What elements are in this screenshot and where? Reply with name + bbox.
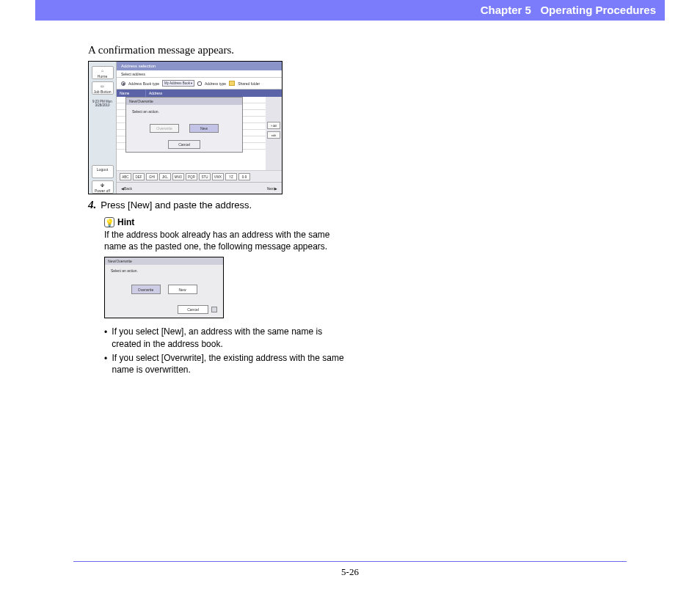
key-09[interactable]: 0-9 xyxy=(238,173,250,180)
bullet-dot: • xyxy=(104,352,107,376)
power-button[interactable]: ⏻ Power off xyxy=(92,180,114,194)
address-book-type-radio[interactable] xyxy=(121,81,125,86)
filter-row-2: Address Book type My Address Book Addres… xyxy=(117,78,282,89)
key-yz[interactable]: YZ xyxy=(225,173,237,180)
address-book-dropdown[interactable]: My Address Book xyxy=(162,80,194,87)
dialog-title: New/Overwrite xyxy=(126,98,242,105)
next-label[interactable]: Next xyxy=(267,186,274,191)
dialog2-message: Select an action. xyxy=(105,265,223,273)
key-abc[interactable]: ABC xyxy=(120,173,131,180)
list-side-buttons: » All edit xyxy=(266,97,282,170)
home-label: Home xyxy=(92,73,113,79)
overwrite-button: Overwrite xyxy=(150,124,179,133)
hint-block: 💡 Hint If the address book already has a… xyxy=(104,217,346,318)
window-title: Address selection xyxy=(117,62,282,70)
job-button[interactable]: ▭ Job Button xyxy=(92,81,114,95)
bullet-text-1: If you select [New], an address with the… xyxy=(112,326,346,349)
overwrite-button-2[interactable]: Overwrite xyxy=(131,285,161,294)
hint-icon: 💡 xyxy=(104,217,114,227)
new-button[interactable]: New xyxy=(189,124,219,133)
cancel-button-2[interactable]: Cancel xyxy=(178,305,208,314)
power-label: Power off xyxy=(92,188,113,194)
address-type-label: Address type xyxy=(205,81,226,86)
dialog2-title: New/Overwrite xyxy=(105,257,223,265)
list-header: Name Address xyxy=(117,89,282,97)
footer-rule xyxy=(73,561,627,562)
key-def[interactable]: DEF xyxy=(133,173,145,180)
folder-icon xyxy=(229,81,235,86)
job-icon: ▭ xyxy=(92,83,113,89)
logout-button[interactable]: Logout xyxy=(92,165,114,178)
key-vwx[interactable]: VWX xyxy=(212,173,224,180)
step-text: Press [New] and paste the address. xyxy=(101,199,252,211)
bullet-list: • If you select [New], an address with t… xyxy=(104,326,346,376)
address-type-radio[interactable] xyxy=(197,81,202,86)
folder-label: Shared folder xyxy=(238,81,260,86)
key-stu[interactable]: STU xyxy=(199,173,211,180)
page-number: 5-26 xyxy=(0,566,700,578)
key-mno[interactable]: MNO xyxy=(172,173,184,180)
dialog-message: Select an action. xyxy=(126,105,242,114)
screenshot-address-selection: ⌂ Home ▭ Job Button 9:23 PM Mon 3/28/201… xyxy=(88,61,282,194)
filter-row: Select address xyxy=(117,70,282,78)
col-address: Address xyxy=(146,89,282,97)
device-sidebar: ⌂ Home ▭ Job Button 9:23 PM Mon 3/28/201… xyxy=(89,62,117,194)
key-pqr[interactable]: PQR xyxy=(186,173,197,180)
next-arrow-icon[interactable]: ▶ xyxy=(274,186,277,191)
bullet-text-2: If you select [Overwrite], the existing … xyxy=(112,352,346,376)
new-overwrite-dialog: New/Overwrite Select an action. Overwrit… xyxy=(125,97,243,153)
chapter-number: Chapter 5 xyxy=(481,4,531,16)
alpha-key-row: ABC DEF GHI JKL MNO PQR STU VWX YZ 0-9 xyxy=(117,170,282,182)
step-4: 4. Press [New] and paste the address. xyxy=(88,199,345,211)
new-button-2[interactable]: New xyxy=(168,285,197,294)
intro-text: A confirmation message appears. xyxy=(88,44,345,56)
edit-button[interactable]: edit xyxy=(267,131,280,139)
nav-row: ◀ Back Next ▶ xyxy=(117,182,282,194)
clock-display: 9:23 PM Mon 3/28/2010 xyxy=(92,100,112,107)
address-book-type-label: Address Book type xyxy=(128,81,159,86)
home-icon: ⌂ xyxy=(92,67,113,73)
back-label[interactable]: Back xyxy=(124,186,132,191)
screenshot-overwrite-dialog: New/Overwrite Select an action. Overwrit… xyxy=(104,257,224,318)
bullet-dot: • xyxy=(104,326,107,349)
cancel-button[interactable]: Cancel xyxy=(168,140,200,149)
select-address-label: Select address xyxy=(121,72,145,76)
key-ghi[interactable]: GHI xyxy=(146,173,158,180)
main-panel: Address selection Select address Address… xyxy=(117,62,282,194)
address-list: New/Overwrite Select an action. Overwrit… xyxy=(117,97,266,170)
all-button[interactable]: » All xyxy=(267,122,280,129)
resize-handle-icon xyxy=(211,307,217,312)
col-name: Name xyxy=(117,89,146,97)
job-label: Job Button xyxy=(92,89,113,95)
chapter-title: Operating Procedures xyxy=(540,4,656,16)
hint-text: If the address book already has an addre… xyxy=(104,229,346,252)
home-button[interactable]: ⌂ Home xyxy=(92,66,114,79)
chapter-header: Chapter 5 Operating Procedures xyxy=(35,0,665,21)
step-number: 4. xyxy=(88,199,96,211)
power-icon: ⏻ xyxy=(92,182,113,188)
key-jkl[interactable]: JKL xyxy=(159,173,171,180)
hint-label: Hint xyxy=(117,217,134,227)
